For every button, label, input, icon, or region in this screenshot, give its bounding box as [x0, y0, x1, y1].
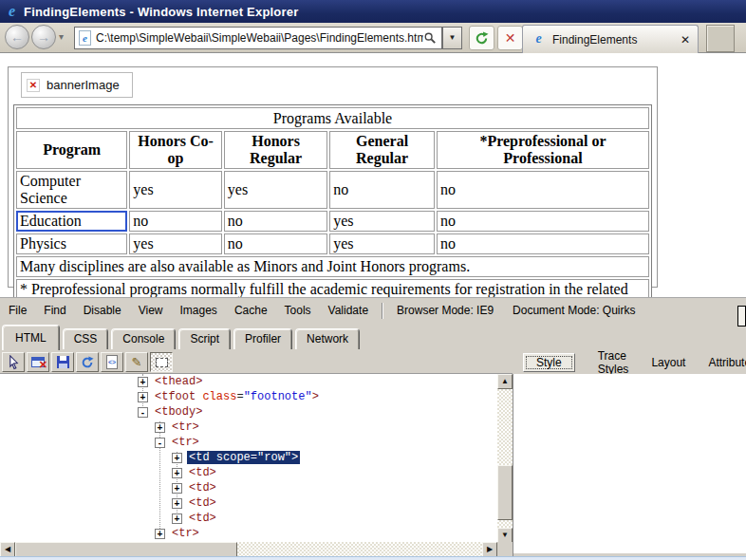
table-cell[interactable]: yes: [129, 233, 222, 254]
menu-validate[interactable]: Validate: [320, 300, 377, 321]
devtools-tab-html[interactable]: HTML: [2, 325, 60, 350]
tree-expander-icon[interactable]: +: [172, 483, 182, 494]
table-cell[interactable]: no: [437, 211, 649, 232]
tree-node[interactable]: +<td scope="row">: [0, 450, 497, 465]
style-tab-trace-styles[interactable]: Trace Styles: [598, 349, 629, 376]
window-title: FindingElements - Windows Internet Explo…: [24, 5, 298, 19]
table-cell[interactable]: no: [129, 211, 222, 232]
back-button[interactable]: ←: [5, 25, 29, 49]
table-cell[interactable]: yes: [329, 233, 435, 254]
tree-expander-icon[interactable]: +: [138, 377, 148, 387]
tab-close-icon[interactable]: ✕: [681, 33, 690, 47]
table-cell[interactable]: yes: [329, 211, 435, 232]
tree-expander-icon[interactable]: +: [138, 392, 148, 402]
select-element-button[interactable]: [2, 352, 25, 372]
tree-node[interactable]: +<td>: [0, 465, 497, 480]
dropdown-arrow-icon: ▼: [449, 33, 457, 42]
devtools-tab-css[interactable]: CSS: [63, 328, 109, 349]
new-tab-button[interactable]: [706, 25, 735, 52]
stop-button[interactable]: ✕: [497, 26, 523, 50]
table-cell[interactable]: no: [437, 171, 649, 209]
tree-node[interactable]: +<td>: [0, 480, 497, 495]
table-cell[interactable]: no: [437, 233, 649, 254]
menu-images[interactable]: Images: [172, 300, 226, 321]
browser-mode-menu[interactable]: Browser Mode: IE9: [387, 300, 503, 321]
menu-view[interactable]: View: [130, 300, 172, 321]
scroll-right-button[interactable]: ▶: [482, 542, 497, 557]
tree-node[interactable]: -<tbody>: [0, 404, 497, 420]
document-mode-menu[interactable]: Document Mode: Quirks: [503, 300, 644, 321]
tree-node-text: <tr>: [170, 420, 201, 434]
menu-find[interactable]: Find: [35, 300, 74, 321]
menu-cache[interactable]: Cache: [226, 300, 276, 321]
column-header: Honors Regular: [224, 131, 327, 169]
horizontal-scroll-thumb[interactable]: [15, 542, 237, 557]
scroll-down-button[interactable]: ▼: [497, 528, 513, 543]
element-outline-button[interactable]: [150, 352, 173, 372]
tree-node-part: >: [312, 390, 319, 403]
refresh-button[interactable]: [469, 26, 494, 50]
tree-node[interactable]: +<tfoot class="footnote">: [0, 389, 497, 404]
tree-expander-icon[interactable]: +: [172, 513, 182, 524]
left-arrow-icon: ◀: [5, 545, 10, 553]
tree-expander-icon[interactable]: -: [155, 438, 165, 448]
tree-horizontal-scrollbar[interactable]: ◀ ▶: [0, 542, 497, 557]
tree-expander-icon[interactable]: +: [155, 422, 165, 433]
devtools-tab-script[interactable]: Script: [178, 328, 231, 349]
tree-node-part: <tfoot: [155, 390, 202, 403]
tree-node[interactable]: -<tr>: [0, 435, 497, 450]
table-cell[interactable]: no: [224, 211, 327, 232]
devtools-tab-network[interactable]: Network: [295, 328, 360, 349]
tree-expander-icon[interactable]: +: [155, 529, 165, 539]
address-dropdown-button[interactable]: ▼: [442, 27, 462, 49]
tree-expander-icon[interactable]: -: [138, 407, 148, 418]
tree-node-text: <tr>: [170, 527, 201, 540]
recent-pages-chevron-icon[interactable]: ▾: [59, 31, 64, 42]
tree-vertical-scrollbar[interactable]: ▲ ▼: [497, 374, 513, 543]
refresh-dom-button[interactable]: [76, 352, 99, 372]
ie-logo-icon: e: [4, 4, 20, 20]
tree-expander-icon[interactable]: +: [172, 468, 182, 478]
address-bar[interactable]: e C:\temp\SimpleWebaii\SimpleWebaii\Page…: [74, 27, 442, 49]
forward-button[interactable]: →: [31, 25, 56, 49]
tree-expander-icon[interactable]: +: [172, 453, 182, 463]
table-cell[interactable]: no: [224, 233, 327, 254]
clear-browser-cache-button[interactable]: ✕: [27, 352, 49, 372]
scroll-left-button[interactable]: ◀: [0, 542, 15, 557]
menu-disable[interactable]: Disable: [75, 300, 130, 321]
style-tab-style[interactable]: Style: [523, 353, 575, 372]
search-box-edge[interactable]: [737, 306, 746, 327]
edit-button[interactable]: ✎: [125, 352, 148, 372]
tree-node[interactable]: +<td>: [0, 511, 497, 526]
scroll-up-button[interactable]: ▲: [497, 374, 513, 389]
tree-node-part: "row": [257, 451, 291, 464]
table-cell[interactable]: no: [329, 171, 435, 209]
browser-toolbar: ← → ▾ e C:\temp\SimpleWebaii\SimpleWebai…: [0, 23, 746, 53]
browser-tab[interactable]: e FindingElements ✕: [522, 25, 699, 53]
table-cell[interactable]: Computer Science: [16, 171, 127, 209]
tree-expander-icon[interactable]: +: [172, 498, 182, 509]
vertical-scroll-thumb[interactable]: [497, 465, 513, 520]
page-icon: e: [79, 30, 91, 46]
tree-node[interactable]: +<td>: [0, 495, 497, 511]
style-tab-layout[interactable]: Layout: [651, 356, 685, 369]
tree-node[interactable]: +<thead>: [0, 374, 497, 389]
devtools-tab-console[interactable]: Console: [111, 328, 176, 349]
save-button[interactable]: [51, 352, 74, 372]
table-cell[interactable]: yes: [129, 171, 222, 209]
column-header: *Preprofessional or Professional: [437, 131, 649, 169]
tree-node[interactable]: +<tr>: [0, 420, 497, 435]
tree-node-part: <thead>: [155, 375, 202, 388]
table-cell[interactable]: Physics: [16, 233, 127, 254]
table-cell[interactable]: yes: [224, 171, 327, 209]
view-source-button[interactable]: <>: [101, 352, 123, 372]
table-cell[interactable]: Education: [16, 211, 127, 232]
style-tab-attributes[interactable]: Attributes: [708, 356, 746, 369]
menu-tools[interactable]: Tools: [276, 300, 320, 321]
tree-node[interactable]: +<tr>: [0, 526, 497, 541]
menu-file[interactable]: File: [0, 300, 35, 321]
tree-node-text: <tr>: [170, 436, 201, 449]
table-row: Educationnonoyesno: [16, 211, 649, 232]
devtools-tab-profiler[interactable]: Profiler: [233, 328, 292, 349]
pencil-icon: ✎: [132, 355, 142, 369]
